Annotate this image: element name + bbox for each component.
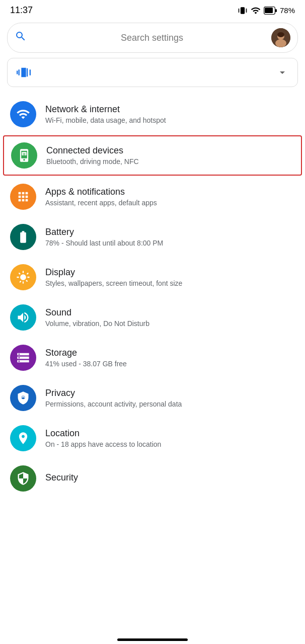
svg-rect-5 [275,9,277,12]
search-placeholder-text: Search settings [33,33,271,43]
privacy-text: Privacy Permissions, account activity, p… [45,388,295,408]
status-bar: 11:37 78% [0,0,305,19]
battery-status-icon [264,7,277,15]
connected-devices-icon-circle: ||| [11,142,37,169]
privacy-title: Privacy [45,388,295,398]
settings-item-security[interactable]: Security [0,458,305,507]
sound-text: Sound Volume, vibration, Do Not Disturb [45,307,295,328]
svg-point-8 [277,32,284,37]
avatar-image [271,28,290,47]
battery-icon-circle [10,224,36,250]
status-icons: 78% [238,6,295,16]
svg-point-9 [275,39,286,47]
location-icon-circle [10,425,36,451]
battery-subtitle: 78% - Should last until about 8:00 PM [45,239,295,247]
security-icon-circle [10,465,36,492]
sound-subtitle: Volume, vibration, Do Not Disturb [45,319,295,328]
storage-title: Storage [45,348,295,358]
vibrate-banner[interactable] [7,58,298,87]
network-icon-circle [10,101,36,127]
search-icon [15,30,27,45]
user-avatar[interactable] [271,28,290,47]
nav-home-indicator [117,638,188,641]
network-title: Network & internet [45,104,295,115]
battery-text: Battery 78% - Should last until about 8:… [45,227,295,247]
battery-title: Battery [45,227,295,237]
battery-percent: 78% [280,6,295,15]
privacy-subtitle: Permissions, account activity, personal … [45,400,295,408]
sound-icon-circle [10,304,36,331]
security-text: Security [45,472,295,485]
svg-rect-4 [265,8,273,13]
svg-rect-0 [241,7,245,14]
settings-item-privacy[interactable]: Privacy Permissions, account activity, p… [0,378,305,418]
location-text: Location On - 18 apps have access to loc… [45,428,295,448]
chevron-down-icon [276,66,288,78]
storage-subtitle: 41% used - 38.07 GB free [45,360,295,368]
vibrate-status-icon [238,6,248,16]
display-icon-circle [10,264,36,290]
settings-item-sound[interactable]: Sound Volume, vibration, Do Not Disturb [0,297,305,338]
network-subtitle: Wi-Fi, mobile, data usage, and hotspot [45,116,295,124]
settings-item-connected-devices[interactable]: ||| Connected devices Bluetooth, driving… [3,135,302,176]
nav-bar [0,633,305,644]
connected-devices-title: Connected devices [46,145,294,156]
settings-list: Network & internet Wi-Fi, mobile, data u… [0,92,305,509]
vibrate-phone-icon [17,65,31,79]
settings-item-apps[interactable]: Apps & notifications Assistant, recent a… [0,177,305,217]
security-title: Security [45,472,295,483]
apps-icon-circle [10,184,36,210]
network-text: Network & internet Wi-Fi, mobile, data u… [45,104,295,124]
sound-title: Sound [45,307,295,318]
settings-item-network[interactable]: Network & internet Wi-Fi, mobile, data u… [0,94,305,134]
settings-item-display[interactable]: Display Styles, wallpapers, screen timeo… [0,257,305,297]
display-text: Display Styles, wallpapers, screen timeo… [45,267,295,287]
settings-item-storage[interactable]: Storage 41% used - 38.07 GB free [0,338,305,378]
location-subtitle: On - 18 apps have access to location [45,440,295,448]
search-bar[interactable]: Search settings [7,23,298,53]
svg-text:|||: ||| [23,152,26,155]
storage-icon-circle [10,345,36,371]
status-time: 11:37 [10,5,33,16]
display-title: Display [45,267,295,278]
location-title: Location [45,428,295,439]
connected-devices-text: Connected devices Bluetooth, driving mod… [46,145,294,166]
connected-devices-subtitle: Bluetooth, driving mode, NFC [46,157,294,166]
storage-text: Storage 41% used - 38.07 GB free [45,348,295,368]
apps-title: Apps & notifications [45,187,295,197]
settings-item-battery[interactable]: Battery 78% - Should last until about 8:… [0,217,305,257]
apps-text: Apps & notifications Assistant, recent a… [45,187,295,207]
settings-item-location[interactable]: Location On - 18 apps have access to loc… [0,418,305,458]
wifi-status-icon [251,6,261,16]
display-subtitle: Styles, wallpapers, screen timeout, font… [45,279,295,287]
privacy-icon-circle [10,385,36,411]
apps-subtitle: Assistant, recent apps, default apps [45,199,295,207]
